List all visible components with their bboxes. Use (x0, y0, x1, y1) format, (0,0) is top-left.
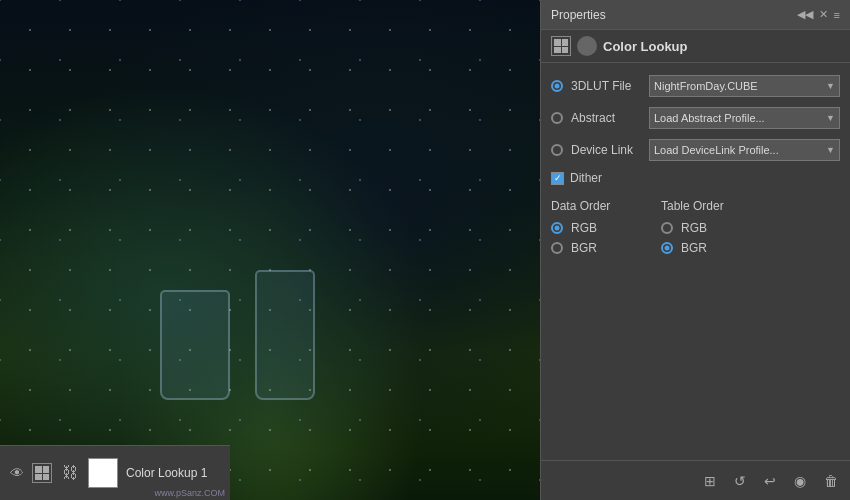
table-order-bgr-label: BGR (681, 241, 751, 255)
panel-title: Properties (551, 8, 606, 22)
layer-thumbnail (88, 458, 118, 488)
data-order-rgb-radio[interactable] (551, 222, 563, 234)
data-order-rgb-row: RGB (551, 221, 641, 235)
jar-left (160, 290, 230, 400)
panel-menu-icon[interactable]: ≡ (834, 9, 840, 21)
canvas-area: 👁 ⛓ Color Lookup 1 www.pSanz.COM (0, 0, 540, 500)
data-order-group: Data Order RGB BGR (551, 199, 641, 255)
panel-collapse-icon[interactable]: ◀◀ (797, 8, 813, 21)
panel-content: 3DLUT File NightFromDay.CUBE ▼ Abstract … (541, 63, 850, 460)
panel-bottom-toolbar: ⊞ ↺ ↩ ◉ 🗑 (541, 460, 850, 500)
tab-row: Color Lookup (541, 30, 850, 63)
lut-3d-radio[interactable] (551, 80, 563, 92)
data-order-rgb-label: RGB (571, 221, 641, 235)
lut-3d-row: 3DLUT File NightFromDay.CUBE ▼ (551, 75, 840, 97)
toolbar-btn-1[interactable]: ⊞ (700, 471, 720, 491)
abstract-dropdown-arrow: ▼ (826, 113, 835, 123)
main-container: 👁 ⛓ Color Lookup 1 www.pSanz.COM Propert… (0, 0, 850, 500)
properties-panel: Properties ◀◀ ✕ ≡ Color Lookup 3DLUT Fil… (540, 0, 850, 500)
table-order-bgr-row: BGR (661, 241, 751, 255)
lut-3d-value: NightFromDay.CUBE (654, 80, 758, 92)
table-order-rgb-label: RGB (681, 221, 751, 235)
device-link-dropdown[interactable]: Load DeviceLink Profile... ▼ (649, 139, 840, 161)
toolbar-btn-5[interactable]: 🗑 (820, 471, 842, 491)
dither-label: Dither (570, 171, 602, 185)
device-link-dropdown-arrow: ▼ (826, 145, 835, 155)
layer-type-icon (32, 463, 52, 483)
layer-bar: 👁 ⛓ Color Lookup 1 (0, 445, 230, 500)
device-link-row: Device Link Load DeviceLink Profile... ▼ (551, 139, 840, 161)
lut-3d-label: 3DLUT File (571, 79, 641, 93)
layer-name: Color Lookup 1 (126, 466, 207, 480)
device-link-value: Load DeviceLink Profile... (654, 144, 779, 156)
table-order-bgr-radio[interactable] (661, 242, 673, 254)
dither-row: ✓ Dither (551, 171, 840, 185)
panel-header-icons: ◀◀ ✕ ≡ (797, 8, 840, 21)
dither-checkmark: ✓ (554, 174, 562, 183)
table-order-rgb-row: RGB (661, 221, 751, 235)
device-link-label: Device Link (571, 143, 641, 157)
tab-grid-icon[interactable] (551, 36, 571, 56)
layer-chain-icon: ⛓ (62, 464, 78, 482)
abstract-label: Abstract (571, 111, 641, 125)
panel-close-icon[interactable]: ✕ (819, 8, 828, 21)
toolbar-btn-2[interactable]: ↺ (730, 471, 750, 491)
layer-visibility-icon[interactable]: 👁 (10, 465, 24, 481)
table-order-group: Table Order RGB BGR (661, 199, 751, 255)
jar-right (255, 270, 315, 400)
lut-3d-dropdown[interactable]: NightFromDay.CUBE ▼ (649, 75, 840, 97)
toolbar-btn-4[interactable]: ◉ (790, 471, 810, 491)
abstract-dropdown[interactable]: Load Abstract Profile... ▼ (649, 107, 840, 129)
data-order-bgr-label: BGR (571, 241, 641, 255)
dither-checkbox[interactable]: ✓ (551, 172, 564, 185)
table-order-title: Table Order (661, 199, 751, 213)
data-order-bgr-row: BGR (551, 241, 641, 255)
abstract-value: Load Abstract Profile... (654, 112, 765, 124)
abstract-row: Abstract Load Abstract Profile... ▼ (551, 107, 840, 129)
abstract-radio[interactable] (551, 112, 563, 124)
panel-header: Properties ◀◀ ✕ ≡ (541, 0, 850, 30)
data-order-title: Data Order (551, 199, 641, 213)
data-order-bgr-radio[interactable] (551, 242, 563, 254)
section-title: Color Lookup (603, 39, 688, 54)
toolbar-btn-3[interactable]: ↩ (760, 471, 780, 491)
device-link-radio[interactable] (551, 144, 563, 156)
table-order-rgb-radio[interactable] (661, 222, 673, 234)
lut-3d-dropdown-arrow: ▼ (826, 81, 835, 91)
tab-circle-icon[interactable] (577, 36, 597, 56)
canvas-image (0, 0, 540, 500)
order-section: Data Order RGB BGR Table Order R (551, 195, 840, 255)
